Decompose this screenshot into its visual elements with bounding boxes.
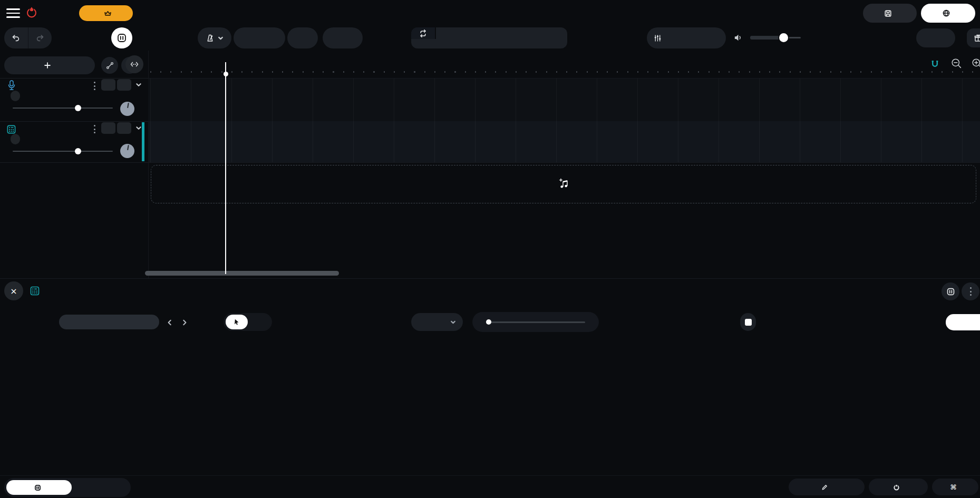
pencil-icon (821, 484, 828, 491)
chevron-right-icon (181, 319, 188, 326)
command-icon: ⌘ (950, 483, 956, 491)
loop-icon (419, 29, 428, 38)
metronome-button[interactable] (198, 27, 231, 48)
track-volume-slider[interactable] (13, 151, 113, 152)
cable-icon (105, 61, 114, 70)
save-button[interactable] (863, 4, 917, 23)
track-menu-icon[interactable] (91, 124, 98, 134)
preset-next-button[interactable] (178, 316, 191, 329)
pattern-stop-toggle[interactable] (740, 313, 756, 331)
divider (0, 78, 148, 79)
tab-instrument[interactable] (6, 480, 72, 495)
plus-icon (44, 62, 51, 69)
drum-machine-icon (6, 124, 16, 134)
solo-button[interactable] (117, 122, 131, 134)
divider (0, 278, 980, 279)
selected-track-indicator (142, 122, 144, 161)
chevron-down-icon (218, 35, 224, 41)
zoom-in-icon[interactable] (971, 57, 980, 70)
chevron-down-icon (135, 82, 142, 88)
snap-magnet-icon[interactable] (930, 59, 940, 69)
cursor-icon (233, 318, 240, 326)
menu-icon[interactable] (6, 8, 20, 18)
bandlab-logo[interactable] (25, 6, 41, 18)
chevron-left-icon (166, 319, 173, 326)
stop-icon (745, 319, 752, 326)
transport-controls (411, 27, 567, 48)
mute-button[interactable] (101, 79, 115, 91)
preset-selector[interactable] (59, 315, 159, 329)
add-track-button[interactable] (4, 56, 95, 74)
add-pattern-button[interactable] (946, 314, 980, 330)
divider (0, 162, 148, 163)
mute-button[interactable] (101, 122, 115, 134)
speaker-icon[interactable] (733, 33, 743, 43)
kebab-icon (967, 287, 974, 296)
lyrics-notes-button[interactable] (789, 479, 865, 495)
pointer-tool-button[interactable] (226, 315, 248, 329)
flame-icon (25, 6, 38, 18)
redo-icon (35, 33, 45, 43)
drum-machine-icon (30, 286, 40, 296)
add-fx-button[interactable] (11, 134, 20, 144)
key-control[interactable] (323, 27, 363, 48)
bar-length-selector[interactable] (411, 313, 463, 331)
gift-button[interactable] (967, 28, 980, 47)
zoom-out-icon[interactable] (950, 57, 963, 70)
mixer-sliders-icon (653, 34, 662, 43)
track-menu-icon[interactable] (91, 81, 98, 91)
invite-button[interactable] (916, 28, 955, 47)
metronome-icon (206, 34, 215, 43)
add-music-icon (558, 178, 569, 189)
pads-grid-icon (946, 287, 955, 296)
save-icon (884, 9, 892, 17)
flame-icon (893, 484, 900, 491)
divider (0, 121, 148, 122)
pan-knob[interactable] (120, 102, 134, 116)
clips-layer (148, 123, 980, 162)
undo-button[interactable] (4, 27, 28, 48)
editor-menu-button[interactable] (962, 282, 979, 300)
solo-button[interactable] (117, 79, 131, 91)
media-dropzone[interactable] (151, 165, 976, 203)
undo-redo-group (4, 27, 52, 48)
chevron-down-icon (135, 125, 142, 131)
playhead[interactable] (225, 62, 226, 274)
track-icon-drum-machine (6, 124, 16, 134)
master-volume-knob[interactable] (778, 32, 789, 43)
master-volume-slider[interactable] (750, 37, 801, 38)
grid-view-button[interactable] (942, 282, 959, 300)
track-volume-slider[interactable] (13, 108, 113, 109)
bar-ruler[interactable] (148, 55, 980, 75)
pads-grid-icon (117, 33, 127, 43)
time-signature-control[interactable] (287, 27, 318, 48)
bandlab-sounds-button[interactable] (869, 479, 928, 495)
gift-icon (974, 34, 980, 43)
volume-handle[interactable] (75, 148, 81, 154)
loop-button[interactable] (411, 27, 436, 39)
track-lane-beat[interactable] (148, 78, 980, 122)
undo-icon (11, 33, 21, 43)
divider (0, 475, 980, 476)
redo-button[interactable] (28, 27, 52, 48)
shortcuts-button[interactable]: ⌘ (932, 479, 978, 495)
velocity-tool-button[interactable] (255, 316, 269, 328)
swing-slider[interactable] (486, 321, 585, 323)
mastering-button[interactable] (647, 27, 726, 48)
close-editor-button[interactable]: × (4, 281, 23, 300)
zoom-fit-button[interactable] (125, 55, 143, 73)
volume-handle[interactable] (75, 105, 81, 111)
pan-knob[interactable] (120, 144, 134, 158)
add-fx-button[interactable] (11, 91, 20, 101)
editor-view-toggle[interactable] (111, 27, 132, 48)
horizontal-scrollbar[interactable] (145, 271, 339, 276)
track-collapse-button[interactable] (132, 79, 145, 91)
tuner-button[interactable] (101, 57, 118, 74)
bpm-control[interactable] (234, 27, 285, 48)
upgrade-button[interactable] (79, 5, 133, 21)
publish-button[interactable] (921, 4, 975, 23)
crown-icon (104, 9, 112, 17)
swing-handle[interactable] (486, 319, 491, 325)
chevron-down-icon (450, 319, 456, 325)
preset-prev-button[interactable] (163, 316, 176, 329)
